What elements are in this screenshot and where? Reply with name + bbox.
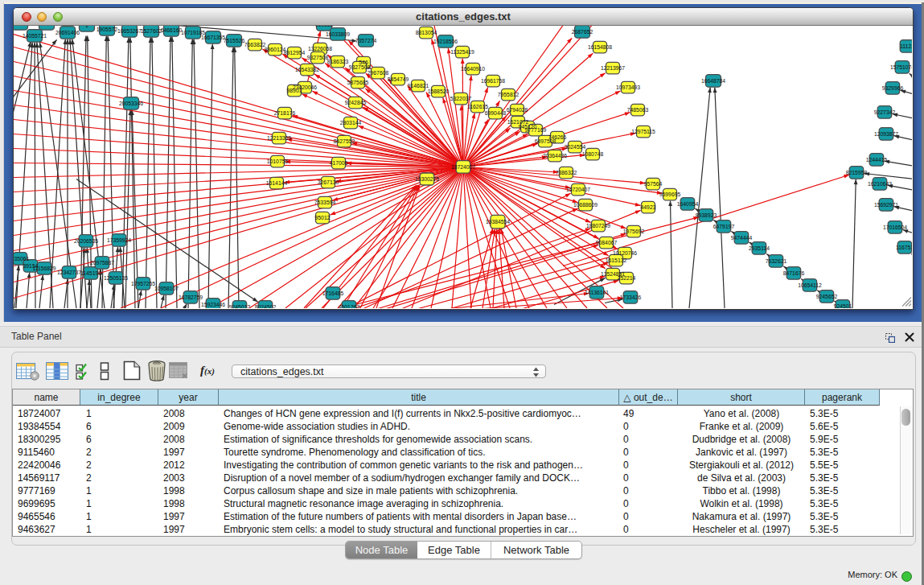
svg-text:7357274: 7357274 bbox=[355, 37, 377, 43]
svg-text:835061: 835061 bbox=[14, 255, 30, 261]
svg-text:19218506: 19218506 bbox=[433, 38, 458, 43]
svg-text:11122: 11122 bbox=[900, 43, 912, 48]
svg-text:1527602: 1527602 bbox=[141, 27, 162, 33]
svg-text:18724007: 18724007 bbox=[451, 163, 475, 169]
svg-text:12505135: 12505135 bbox=[104, 274, 128, 280]
svg-text:9327508: 9327508 bbox=[307, 54, 329, 60]
svg-text:17359924: 17359924 bbox=[107, 237, 131, 242]
svg-text:7663822: 7663822 bbox=[244, 41, 266, 47]
svg-text:8938923: 8938923 bbox=[696, 212, 717, 217]
svg-text:16648784: 16648784 bbox=[701, 77, 725, 83]
svg-text:1716485: 1716485 bbox=[322, 290, 344, 295]
svg-text:1975692: 1975692 bbox=[623, 228, 645, 233]
svg-text:44923: 44923 bbox=[641, 204, 656, 209]
svg-text:4501263: 4501263 bbox=[339, 303, 360, 307]
svg-text:14055721: 14055721 bbox=[23, 32, 47, 38]
svg-text:9084067: 9084067 bbox=[596, 239, 618, 245]
svg-text:16154808: 16154808 bbox=[588, 43, 612, 49]
svg-text:20364436: 20364436 bbox=[543, 152, 567, 158]
svg-text:8215958: 8215958 bbox=[846, 169, 868, 175]
svg-text:8427552: 8427552 bbox=[334, 138, 355, 143]
svg-text:2967608: 2967608 bbox=[368, 69, 389, 75]
svg-text:7955812: 7955812 bbox=[498, 91, 519, 97]
svg-text:1: 1 bbox=[85, 26, 88, 28]
svg-text:7632621: 7632621 bbox=[766, 257, 787, 263]
svg-text:1: 1 bbox=[18, 26, 22, 27]
svg-text:1588520: 1588520 bbox=[428, 88, 450, 93]
svg-text:7515526: 7515526 bbox=[224, 37, 245, 43]
svg-text:9777169: 9777169 bbox=[525, 126, 547, 132]
svg-text:98901: 98901 bbox=[287, 87, 302, 93]
svg-text:12213967: 12213967 bbox=[601, 64, 625, 70]
svg-text:15923446: 15923446 bbox=[201, 301, 225, 307]
svg-text:7533594: 7533594 bbox=[314, 199, 336, 204]
svg-text:1244415: 1244415 bbox=[866, 156, 888, 162]
svg-text:15720407: 15720407 bbox=[566, 186, 590, 192]
svg-text:11325419: 11325419 bbox=[450, 48, 474, 54]
svg-text:2687652: 2687652 bbox=[572, 28, 593, 34]
svg-text:1733426: 1733426 bbox=[620, 294, 642, 299]
svg-text:9146821: 9146821 bbox=[408, 82, 429, 88]
svg-text:16210643: 16210643 bbox=[868, 180, 892, 186]
svg-text:5322037: 5322037 bbox=[450, 95, 472, 101]
svg-text:9227342: 9227342 bbox=[874, 109, 896, 114]
svg-text:116753: 116753 bbox=[896, 244, 912, 249]
svg-text:12975115: 12975115 bbox=[631, 128, 655, 134]
svg-text:15692971: 15692971 bbox=[874, 201, 898, 207]
svg-text:10973493: 10973493 bbox=[616, 84, 640, 89]
svg-text:8813054: 8813054 bbox=[416, 29, 437, 35]
svg-text:17016504: 17016504 bbox=[883, 224, 907, 229]
svg-text:1514144: 1514144 bbox=[266, 179, 288, 185]
svg-text:10958107: 10958107 bbox=[154, 285, 179, 290]
svg-text:746266: 746266 bbox=[548, 134, 567, 139]
svg-text:6479197: 6479197 bbox=[713, 223, 735, 229]
svg-text:20975887: 20975887 bbox=[90, 259, 114, 265]
svg-text:417006: 417006 bbox=[330, 159, 348, 165]
svg-text:8471676: 8471676 bbox=[783, 270, 805, 275]
svg-text:19384554: 19384554 bbox=[486, 218, 510, 224]
svg-text:6794028: 6794028 bbox=[507, 106, 528, 112]
svg-text:16033809: 16033809 bbox=[326, 31, 350, 36]
svg-text:16782759: 16782759 bbox=[179, 294, 203, 299]
svg-text:14136141: 14136141 bbox=[585, 289, 609, 295]
svg-text:924501: 924501 bbox=[834, 303, 852, 307]
svg-text:16543382: 16543382 bbox=[295, 66, 319, 72]
svg-text:20206535: 20206535 bbox=[74, 237, 98, 243]
svg-text:1640954: 1640954 bbox=[677, 200, 699, 206]
svg-text:1145190: 1145190 bbox=[80, 270, 101, 275]
svg-text:17957255: 17957255 bbox=[131, 280, 155, 286]
svg-text:9245012: 9245012 bbox=[229, 303, 251, 307]
svg-text:1010755: 1010755 bbox=[267, 158, 289, 163]
svg-text:10653267: 10653267 bbox=[117, 27, 142, 33]
svg-text:2935114: 2935114 bbox=[749, 245, 770, 250]
svg-text:6466160: 6466160 bbox=[161, 27, 183, 32]
svg-text:9242845: 9242845 bbox=[345, 99, 367, 105]
svg-text:8186323: 8186323 bbox=[327, 58, 349, 64]
svg-text:16640910: 16640910 bbox=[461, 65, 485, 71]
svg-text:10688609: 10688609 bbox=[573, 201, 598, 207]
svg-text:11156829: 11156829 bbox=[32, 265, 55, 270]
svg-text:3267130: 3267130 bbox=[318, 179, 339, 184]
svg-text:1080748: 1080748 bbox=[582, 150, 604, 156]
svg-text:12342737: 12342737 bbox=[57, 269, 81, 274]
svg-text:2718176: 2718176 bbox=[274, 109, 296, 115]
svg-text:1162615: 1162615 bbox=[467, 103, 488, 109]
svg-text:16961758: 16961758 bbox=[481, 77, 505, 83]
svg-text:8454749: 8454749 bbox=[388, 76, 409, 81]
svg-text:8960124: 8960124 bbox=[265, 46, 286, 51]
svg-text:20691406: 20691406 bbox=[55, 29, 80, 35]
svg-text:10120746: 10120746 bbox=[613, 249, 637, 255]
svg-text:12093877: 12093877 bbox=[874, 130, 898, 136]
svg-text:7386322: 7386322 bbox=[556, 169, 577, 175]
svg-text:2803144: 2803144 bbox=[340, 119, 362, 125]
svg-text:7485063: 7485063 bbox=[627, 106, 649, 112]
svg-text:8912954: 8912954 bbox=[284, 49, 306, 55]
svg-text:9327508: 9327508 bbox=[349, 64, 371, 69]
svg-text:9245652: 9245652 bbox=[816, 293, 838, 299]
svg-text:3024554: 3024554 bbox=[565, 143, 586, 149]
svg-text:1615132: 1615132 bbox=[606, 257, 627, 262]
svg-text:20053346: 20053346 bbox=[119, 100, 143, 105]
svg-text:5875685: 5875685 bbox=[347, 79, 369, 84]
svg-text:6990448: 6990448 bbox=[485, 109, 507, 115]
svg-text:12213369: 12213369 bbox=[267, 134, 291, 140]
